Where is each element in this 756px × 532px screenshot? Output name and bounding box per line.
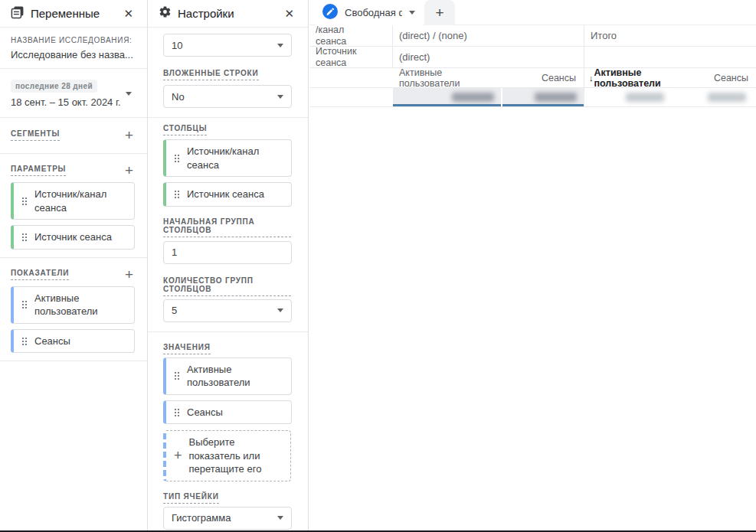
metric-chip[interactable]: Сеансы: [11, 329, 135, 354]
cell-type-select[interactable]: Гистограмма: [163, 507, 292, 530]
drag-handle-icon: [174, 154, 180, 163]
rows-count-value: 10: [172, 40, 182, 51]
nested-rows-label: ВЛОЖЕННЫЕ СТРОКИ: [163, 69, 259, 80]
variables-close-icon[interactable]: ✕: [120, 6, 136, 21]
dropdown-caret-icon: [277, 95, 283, 99]
total-column-subheader: [584, 47, 756, 68]
add-metric-button[interactable]: +: [123, 267, 135, 282]
tab-settings-panel: Настройки ✕ 10 ВЛОЖЕННЫЕ СТРОКИ No СТОЛБ…: [148, 0, 309, 530]
dimensions-section: ПАРАМЕТРЫ + Источник/канал сеанса Источн…: [0, 154, 147, 257]
values-metric-chip[interactable]: Активные пользователи: [163, 357, 292, 395]
empty-cell: [309, 88, 393, 107]
tab-bar: Свободная ф... +: [309, 0, 756, 25]
tab-caret-icon: [409, 11, 415, 15]
redacted-value: [452, 93, 494, 102]
metric-header-active-users[interactable]: Активные пользователи: [393, 68, 501, 88]
metric-header-total-active-users-sorted[interactable]: ↓Активные пользователи: [584, 68, 674, 88]
col-groups-label: КОЛИЧЕСТВО ГРУПП СТОЛБЦОВ: [163, 276, 291, 296]
columns-chip-label: Источник сеанса: [187, 188, 264, 201]
divider: [148, 117, 308, 118]
metrics-label: ПОКАЗАТЕЛИ: [11, 269, 69, 280]
dropdown-caret-icon: [277, 308, 283, 312]
gear-icon: [159, 5, 172, 21]
drag-handle-icon: [21, 337, 28, 346]
columns-dimension-chip[interactable]: Источник сеанса: [163, 182, 292, 207]
column-group-header: (direct) / (none): [393, 25, 584, 47]
col-groups-select[interactable]: 5: [163, 299, 292, 322]
add-dimension-button[interactable]: +: [123, 163, 135, 178]
nested-rows-value: No: [172, 91, 185, 103]
drag-handle-icon: [174, 371, 180, 380]
columns-label: СТОЛБЦЫ: [163, 124, 207, 135]
columns-dimension-chip[interactable]: Источник/канал сеанса: [163, 139, 292, 177]
drag-handle-icon: [21, 300, 28, 309]
exploration-name-section: НАЗВАНИЕ ИССЛЕДОВАНИЯ: Исследование без …: [0, 28, 147, 68]
nested-rows-select[interactable]: No: [163, 85, 292, 108]
rows-count-select[interactable]: 10: [163, 34, 292, 57]
data-cell-sessions: [502, 88, 584, 107]
date-caret-icon: [126, 92, 132, 96]
settings-close-icon[interactable]: ✕: [281, 6, 297, 21]
drag-handle-icon: [21, 233, 28, 242]
variables-panel: Переменные ✕ НАЗВАНИЕ ИССЛЕДОВАНИЯ: Иссл…: [0, 0, 148, 530]
segments-label: СЕГМЕНТЫ: [11, 129, 60, 141]
sort-descending-icon: ↓: [589, 73, 594, 83]
drag-handle-icon: [174, 408, 180, 417]
dimensions-label: ПАРАМЕТРЫ: [11, 165, 66, 176]
first-col-group-value: 1: [172, 246, 177, 258]
metric-chip-label: Сеансы: [34, 335, 70, 348]
metric-header-sessions[interactable]: Сеансы: [502, 68, 584, 88]
redacted-value: [708, 93, 746, 102]
dimension-chip-label: Источник/канал сеанса: [34, 188, 126, 214]
dimension-chip[interactable]: Источник сеанса: [11, 225, 135, 250]
col-groups-value: 5: [172, 305, 177, 316]
add-segment-button[interactable]: +: [123, 128, 135, 142]
settings-panel-title: Настройки: [178, 7, 281, 20]
exploration-canvas: Свободная ф... + /канал сеанса (direct) …: [309, 0, 756, 530]
variables-icon: [11, 5, 25, 22]
data-cell-active-users: [393, 88, 501, 107]
dropdown-caret-icon: [277, 516, 283, 520]
values-chip-label: Активные пользователи: [187, 363, 283, 390]
histogram-bar: [393, 104, 501, 106]
dropdown-caret-icon: [277, 44, 283, 47]
row-dimension-header: /канал сеанса: [309, 25, 393, 47]
date-range-selector[interactable]: последние 28 дней 18 сент. – 15 окт. 202…: [0, 69, 147, 117]
metric-chip-label: Активные пользователи: [34, 292, 126, 318]
dimension-chip[interactable]: Источник/канал сеанса: [11, 182, 135, 220]
date-preset-chip: последние 28 дней: [11, 80, 97, 93]
data-cell-total-active-users: [584, 88, 674, 107]
dimension-chip-label: Источник сеанса: [34, 230, 112, 244]
exploration-name-label: НАЗВАНИЕ ИССЛЕДОВАНИЯ:: [11, 28, 135, 44]
divider: [148, 331, 308, 332]
tab-free-form-label: Свободная ф...: [345, 7, 402, 18]
exploration-name-value[interactable]: Исследование без назва...: [11, 49, 135, 68]
segments-section: СЕГМЕНТЫ +: [0, 118, 147, 153]
metric-header-total-sessions[interactable]: Сеансы: [674, 68, 756, 88]
first-col-group-label: НАЧАЛЬНАЯ ГРУППА СТОЛБЦОВ: [163, 217, 291, 237]
values-metric-chip[interactable]: Сеансы: [163, 400, 292, 425]
add-tab-button[interactable]: +: [424, 0, 455, 25]
variables-panel-title: Переменные: [31, 7, 120, 20]
total-column-header: Итого: [584, 25, 756, 47]
add-metric-dropzone-text: Выберите показатель или перетащите его: [189, 436, 283, 476]
values-chip-label: Сеансы: [187, 406, 223, 419]
redacted-value: [535, 93, 577, 102]
column-group-subheader: (direct): [393, 47, 584, 68]
add-metric-dropzone[interactable]: + Выберите показатель или перетащите его: [163, 430, 291, 481]
empty-cell: [309, 68, 393, 88]
free-form-table: /канал сеанса (direct) / (none) Итого Ис…: [309, 25, 756, 107]
metrics-section: ПОКАЗАТЕЛИ + Активные пользователи Сеанс…: [0, 258, 147, 361]
row-dimension-header: Источник сеанса: [309, 47, 393, 68]
plus-icon: +: [174, 446, 182, 465]
metric-chip[interactable]: Активные пользователи: [11, 286, 135, 324]
drag-handle-icon: [174, 190, 180, 199]
cell-type-value: Гистограмма: [172, 512, 231, 524]
histogram-bar: [502, 104, 584, 106]
tab-free-form[interactable]: Свободная ф...: [316, 0, 423, 25]
columns-chip-label: Источник/канал сеанса: [187, 145, 283, 171]
divider: [0, 361, 147, 361]
first-col-group-input[interactable]: 1: [163, 241, 292, 264]
drag-handle-icon: [21, 197, 28, 206]
redacted-value: [626, 93, 664, 102]
